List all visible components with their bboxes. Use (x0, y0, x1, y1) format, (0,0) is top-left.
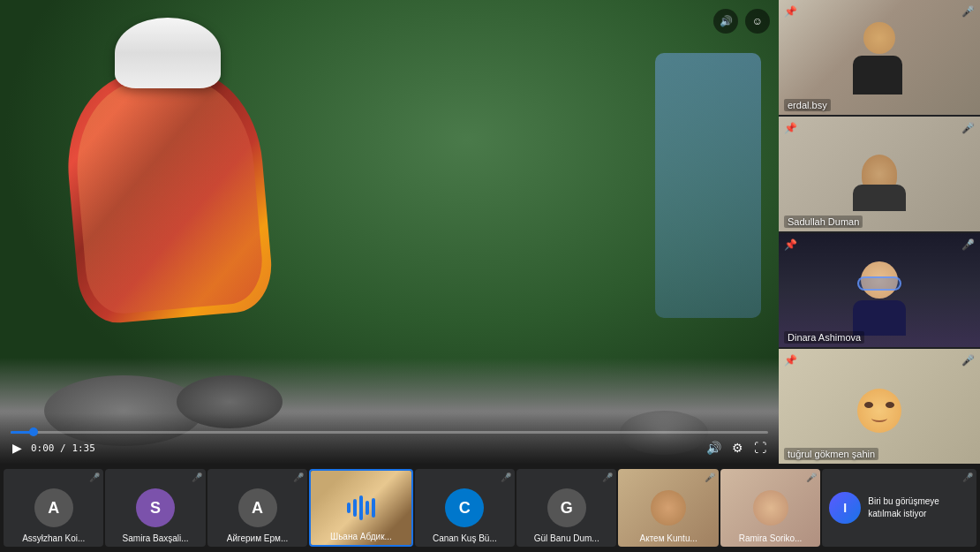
bottom-strip: A 🎤 Assyłzhan Koi... S 🎤 Samira Baxşali.… (0, 464, 980, 552)
video-controls: ▶ 0:00 / 1:35 🔊 ⚙ ⛶ (0, 413, 779, 464)
mic-icon-1: 🎤 (961, 5, 975, 18)
thumb-avatar-6: G (547, 488, 586, 527)
p1-person (853, 22, 906, 93)
progress-fill (11, 431, 34, 434)
thumb-mic-1: 🎤 (89, 473, 100, 482)
time-total: 1:35 (72, 442, 95, 454)
video-scene (0, 0, 779, 464)
progress-bar[interactable] (11, 431, 768, 434)
audio-bar-4 (366, 501, 369, 515)
settings-button[interactable]: ⚙ (730, 439, 745, 457)
thumb-name-5: Canan Kuş Bü... (415, 533, 515, 543)
thumb-name-1: Assyłzhan Koi... (4, 533, 103, 543)
p1-head (863, 22, 895, 54)
glasses (857, 276, 901, 291)
thumb-mic-5: 🎤 (501, 473, 511, 482)
thumb-name-4: Шьана Абдик... (311, 532, 411, 541)
woman-coat (60, 63, 275, 326)
p1-video-bg (779, 0, 980, 115)
person-face-8 (753, 490, 788, 526)
thumb-name-3: Айгерим Ерм... (207, 533, 307, 543)
participant-name-1: erdal.bsy (784, 99, 831, 111)
play-button[interactable]: ▶ (11, 439, 24, 457)
thumb-tile-1[interactable]: A 🎤 Assyłzhan Koi... (4, 469, 103, 547)
thumb-mic-3: 🎤 (293, 473, 304, 482)
thumb-tile-3[interactable]: A 🎤 Айгерим Ерм... (207, 469, 307, 547)
participant-tile-3[interactable]: 📌 🎤 Dinara Ashimova (779, 233, 980, 348)
thumb-mic-2: 🎤 (192, 473, 202, 482)
baby-face (857, 389, 901, 433)
thumb-mic-6: 🎤 (602, 473, 613, 482)
p4-video-bg (779, 349, 980, 464)
thumb-mic-8: 🎤 (806, 473, 817, 482)
mic-icon-2: 🎤 (961, 122, 975, 134)
participant-tile-2[interactable]: 📌 🎤 Sadullah Duman (779, 117, 980, 231)
participant-tile-4[interactable]: 📌 🎤 tuğrul gökmen şahin (779, 349, 980, 464)
thumb-mic-7: 🎤 (705, 473, 715, 482)
pin-icon-3: 📌 (784, 238, 797, 251)
volume-icon[interactable]: 🔊 (713, 9, 738, 34)
participant-name-3: Dinara Ashimova (784, 331, 864, 344)
notif-text: Biri bu görüşmeye katılmak istiyor (868, 495, 969, 520)
woman-hat (115, 18, 221, 88)
notif-mic: 🎤 (962, 473, 973, 482)
p2-head (862, 155, 897, 193)
p1-body (853, 56, 902, 95)
main-area: 🔊 ☺ ▶ 0:00 / 1:35 (0, 0, 980, 464)
mic-icon-4: 🎤 (961, 354, 975, 367)
thumb-tile-4[interactable]: Шьана Абдик... (309, 469, 412, 547)
pin-icon-2: 📌 (784, 122, 797, 134)
sidebar: 📌 🎤 erdal.bsy 📌 🎤 Sadullah Duman (779, 0, 980, 464)
p3-video-bg (779, 233, 980, 348)
mic-icon-3: 🎤 (961, 238, 975, 251)
thumb-name-2: Samira Baxşali... (105, 533, 205, 543)
water-visual (655, 53, 761, 318)
pin-icon-4: 📌 (784, 354, 797, 367)
audio-bar-5 (372, 498, 375, 518)
thumb-avatar-5: C (445, 488, 484, 527)
audio-bar-3 (359, 495, 363, 520)
thumb-avatar-2: S (136, 488, 175, 527)
video-section: 🔊 ☺ ▶ 0:00 / 1:35 (0, 0, 779, 464)
pin-icon-1: 📌 (784, 5, 797, 18)
participant-tile-1[interactable]: 📌 🎤 erdal.bsy (779, 0, 980, 115)
audio-bars (347, 495, 375, 520)
notif-avatar: I (829, 492, 861, 524)
video-player[interactable]: 🔊 ☺ ▶ 0:00 / 1:35 (0, 0, 779, 464)
notification-tile[interactable]: I Biri bu görüşmeye katılmak istiyor 🎤 (822, 469, 976, 547)
thumb-tile-6[interactable]: G 🎤 Gül Banu Dum... (516, 469, 616, 547)
participant-name-2: Sadullah Duman (784, 216, 863, 228)
fullscreen-button[interactable]: ⛶ (752, 439, 768, 457)
thumb-avatar-1: A (34, 488, 73, 527)
thumb-name-6: Gül Banu Dum... (516, 533, 616, 543)
thumb-tile-7[interactable]: 🎤 Aктем Kuntu... (618, 469, 718, 547)
participant-name-4: tuğrul gökmen şahin (784, 448, 878, 460)
baby-smile (871, 414, 887, 422)
time-display: 0:00 / 1:35 (31, 442, 95, 454)
audio-bar-2 (353, 499, 357, 517)
thumb-tile-8[interactable]: 🎤 Ramira Soriko... (720, 469, 820, 547)
person-face-7 (651, 490, 686, 526)
thumb-tile-2[interactable]: S 🎤 Samira Baxşali... (105, 469, 205, 547)
thumb-name-7: Aктем Kuntu... (618, 533, 718, 543)
progress-dot (29, 427, 38, 436)
time-current: 0:00 (31, 442, 55, 454)
audio-bar-1 (347, 503, 351, 513)
thumb-name-8: Ramira Soriko... (720, 533, 820, 543)
volume-button[interactable]: 🔊 (705, 439, 723, 457)
emoji-icon[interactable]: ☺ (745, 9, 770, 34)
controls-row: ▶ 0:00 / 1:35 🔊 ⚙ ⛶ (11, 439, 768, 457)
video-overlay: 🔊 ☺ (713, 9, 770, 34)
thumb-tile-5[interactable]: C 🎤 Canan Kuş Bü... (415, 469, 515, 547)
thumb-avatar-3: A (238, 488, 277, 527)
p2-video-bg (779, 117, 980, 231)
